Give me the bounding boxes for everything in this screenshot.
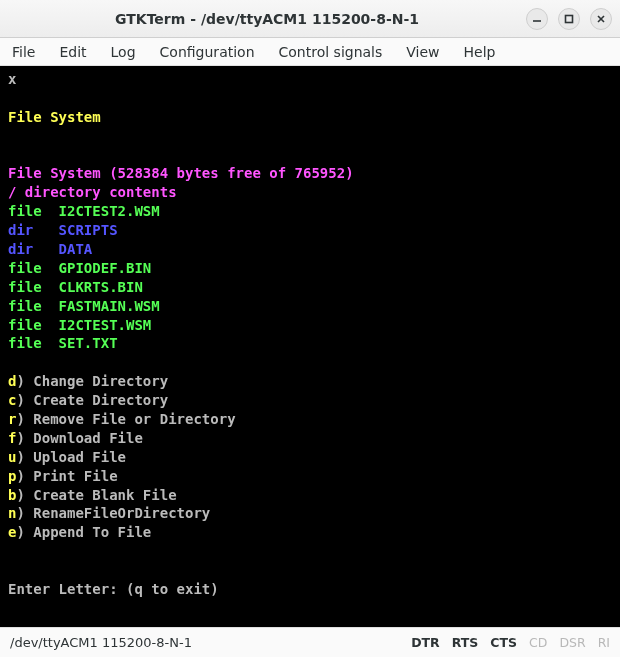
menu-file[interactable]: File	[8, 42, 39, 62]
menubar: File Edit Log Configuration Control sign…	[0, 38, 620, 66]
signal-dtr: DTR	[411, 635, 440, 650]
menu-configuration[interactable]: Configuration	[156, 42, 259, 62]
menu-log[interactable]: Log	[107, 42, 140, 62]
titlebar: GTKTerm - /dev/ttyACM1 115200-8-N-1	[0, 0, 620, 38]
status-port: /dev/ttyACM1 115200-8-N-1	[10, 635, 411, 650]
window-controls	[526, 8, 612, 30]
minimize-button[interactable]	[526, 8, 548, 30]
terminal-output[interactable]: x File System File System (528384 bytes …	[0, 66, 620, 627]
signal-cd: CD	[529, 635, 547, 650]
signal-ri: RI	[598, 635, 610, 650]
menu-help[interactable]: Help	[460, 42, 500, 62]
signal-rts: RTS	[452, 635, 479, 650]
close-button[interactable]	[590, 8, 612, 30]
statusbar: /dev/ttyACM1 115200-8-N-1 DTRRTSCTSCDDSR…	[0, 627, 620, 657]
status-signals: DTRRTSCTSCDDSRRI	[411, 635, 610, 650]
menu-edit[interactable]: Edit	[55, 42, 90, 62]
signal-dsr: DSR	[559, 635, 585, 650]
window-title: GTKTerm - /dev/ttyACM1 115200-8-N-1	[8, 11, 526, 27]
menu-control-signals[interactable]: Control signals	[275, 42, 387, 62]
svg-rect-1	[566, 15, 573, 22]
maximize-button[interactable]	[558, 8, 580, 30]
signal-cts: CTS	[490, 635, 517, 650]
menu-view[interactable]: View	[402, 42, 443, 62]
